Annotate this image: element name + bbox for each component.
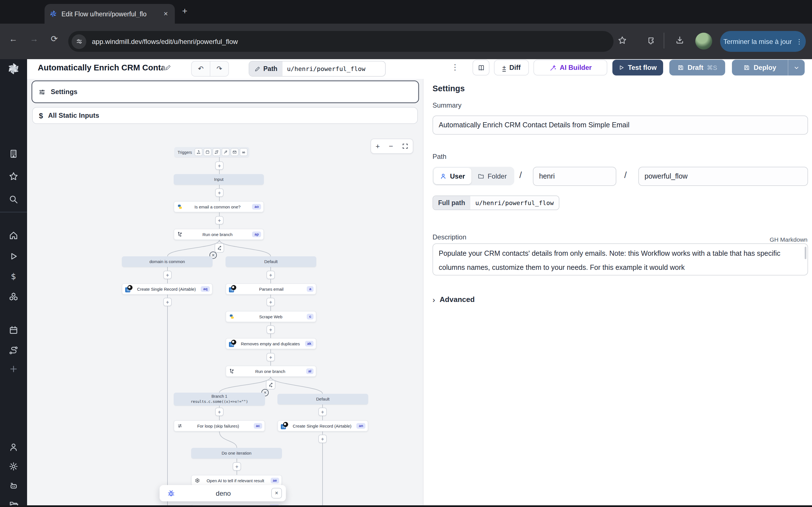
profile-avatar[interactable] — [695, 33, 712, 50]
chrome-update-button[interactable]: Terminer la mise à jour ⋮ — [720, 31, 806, 52]
branch-label-default-top[interactable]: Default — [225, 256, 316, 267]
insert-step-plus[interactable]: + — [215, 188, 223, 197]
fullscreen-button[interactable] — [402, 143, 408, 149]
tab-title: Edit Flow u/henri/powerful_flo — [61, 10, 161, 17]
search-icon[interactable] — [8, 194, 18, 205]
insert-step-plus[interactable]: + — [266, 298, 275, 306]
insert-step-plus[interactable]: + — [318, 435, 327, 443]
flow-editor-toolbar: Automatically Enrich CRM Contact D ↶ ↷ P… — [27, 59, 812, 79]
path-owner-input[interactable] — [533, 167, 616, 186]
chevron-down-icon — [794, 64, 800, 71]
insert-step-plus[interactable]: + — [233, 462, 241, 471]
flow-title[interactable]: Automatically Enrich CRM Contact D — [38, 61, 172, 74]
play-icon — [619, 65, 624, 70]
flow-node-run-one-branch-bottom[interactable]: Run one branch al — [225, 365, 316, 377]
deploy-dropdown-button[interactable] — [788, 64, 805, 71]
insert-step-plus[interactable]: + — [318, 407, 327, 416]
poll-trigger-icon[interactable] — [240, 148, 248, 156]
favorites-star-icon[interactable] — [8, 171, 18, 181]
add-branch-button[interactable] — [214, 243, 224, 252]
flow-node-parses-email[interactable]: TS Parses email a — [225, 283, 316, 295]
tab-close-icon[interactable]: ✕ — [161, 9, 170, 18]
zoom-out-button[interactable]: − — [389, 142, 393, 151]
variables-icon[interactable]: $ — [8, 272, 18, 282]
insert-step-plus[interactable]: + — [266, 271, 275, 279]
branch-label-branch-1[interactable]: Branch 1 results.c.some((x)=>x!="") — [174, 393, 265, 406]
owner-kind-user[interactable]: User — [434, 168, 471, 184]
svg-text:$: $ — [11, 272, 16, 281]
insert-step-plus[interactable]: + — [266, 325, 275, 334]
back-icon[interactable]: ← — [9, 34, 17, 43]
settings-gear-icon[interactable] — [8, 461, 18, 471]
do-one-iteration-label[interactable]: Do one iteration — [191, 448, 282, 459]
schedules-icon[interactable] — [8, 325, 18, 335]
insert-step-plus[interactable]: + — [266, 353, 275, 361]
resources-icon[interactable] — [8, 292, 18, 302]
owner-kind-folder[interactable]: Folder — [471, 168, 513, 184]
flow-node-for-loop[interactable]: For loop (skip failures) ac — [174, 420, 265, 432]
flows-icon[interactable] — [8, 345, 18, 355]
insert-step-plus[interactable]: + — [163, 271, 172, 279]
draft-button[interactable]: Draft ⌘S — [669, 60, 725, 75]
windmill-logo[interactable] — [7, 62, 20, 75]
route-trigger-icon[interactable] — [213, 148, 221, 156]
insert-step-plus[interactable]: + — [215, 161, 223, 170]
account-icon[interactable] — [8, 442, 18, 452]
undo-icon[interactable]: ↶ — [192, 61, 210, 76]
downloads-icon[interactable] — [675, 36, 684, 47]
flow-node-openai[interactable]: Open AI to tell if relevant result ae — [191, 475, 282, 486]
description-textarea[interactable]: Populate your CRM contacts' details from… — [433, 243, 808, 276]
flow-node-scrape-web[interactable]: Scrape Web c — [225, 311, 316, 322]
runs-icon[interactable] — [8, 251, 18, 262]
zoom-in-button[interactable]: + — [375, 142, 380, 151]
docs-button[interactable] — [472, 60, 490, 75]
flow-node-create-record-right[interactable]: TS Create Single Record (Airtable) an — [277, 420, 368, 432]
redo-icon[interactable]: ↷ — [210, 61, 229, 76]
advanced-toggle[interactable]: › Advanced — [433, 295, 475, 304]
branch-label-domain-is-common[interactable]: domain is common — [122, 256, 213, 267]
triggers-bar[interactable]: Triggers — [174, 147, 249, 157]
flow-node-run-one-branch-top[interactable]: Run one branch ap — [174, 229, 264, 240]
address-bar[interactable]: app.windmill.dev/flows/edit/u/henri/powe… — [68, 31, 613, 52]
diff-button[interactable]: ± Diff — [494, 60, 529, 75]
forward-icon[interactable]: → — [30, 34, 38, 43]
path-name-input[interactable] — [638, 167, 808, 186]
email-trigger-icon[interactable] — [231, 148, 239, 156]
screen: Edit Flow u/henri/powerful_flo ✕ + ← → ⟳… — [0, 0, 812, 507]
ai-builder-button[interactable]: AI Builder — [534, 60, 607, 75]
close-popup-button[interactable]: ✕ — [271, 488, 282, 499]
test-flow-button[interactable]: Test flow — [612, 60, 663, 75]
extensions-icon[interactable] — [646, 36, 656, 47]
new-tab-button[interactable]: + — [182, 6, 188, 16]
chrome-menu-icon[interactable]: ⋮ — [796, 38, 802, 45]
summary-input[interactable] — [433, 115, 808, 135]
add-icon[interactable] — [8, 364, 18, 374]
branch-label-default-bottom[interactable]: Default — [277, 394, 368, 404]
site-settings-icon[interactable] — [71, 34, 86, 49]
flow-node-is-email[interactable]: Is email a common one? ao — [174, 201, 264, 212]
textarea-scrollbar[interactable] — [805, 247, 806, 259]
workers-icon[interactable] — [8, 481, 18, 491]
insert-step-plus[interactable]: + — [215, 407, 223, 416]
flow-node-removes-empty[interactable]: TS Removes empty and duplicates ak — [225, 338, 316, 349]
flow-node-create-record-left[interactable]: TS Create Single Record (Airtable) aq — [122, 283, 213, 295]
deploy-button[interactable]: Deploy — [732, 60, 805, 75]
organization-icon[interactable] — [8, 149, 18, 159]
bookmark-star-icon[interactable] — [617, 36, 627, 47]
home-icon[interactable] — [8, 230, 18, 240]
more-options-icon[interactable]: ⋮ — [451, 62, 459, 71]
settings-card[interactable]: Settings — [32, 80, 419, 103]
reload-icon[interactable]: ⟳ — [51, 34, 58, 44]
edit-title-pencil-icon[interactable] — [161, 62, 175, 73]
add-branch-button[interactable] — [266, 380, 275, 390]
schedule-trigger-icon[interactable] — [204, 148, 212, 156]
all-static-inputs-card[interactable]: $ All Static Inputs — [32, 107, 418, 124]
insert-step-plus[interactable]: + — [163, 298, 172, 306]
websocket-trigger-icon[interactable] — [222, 148, 230, 156]
flow-node-input[interactable]: Input — [174, 174, 264, 185]
browser-tab[interactable]: Edit Flow u/henri/powerful_flo ✕ — [45, 4, 175, 24]
webhook-trigger-icon[interactable] — [195, 148, 203, 156]
flow-path-chip[interactable]: Path u/henri/powerful_flow — [249, 61, 386, 76]
undo-redo-group: ↶ ↷ — [191, 61, 229, 76]
insert-step-plus[interactable]: + — [215, 216, 223, 224]
